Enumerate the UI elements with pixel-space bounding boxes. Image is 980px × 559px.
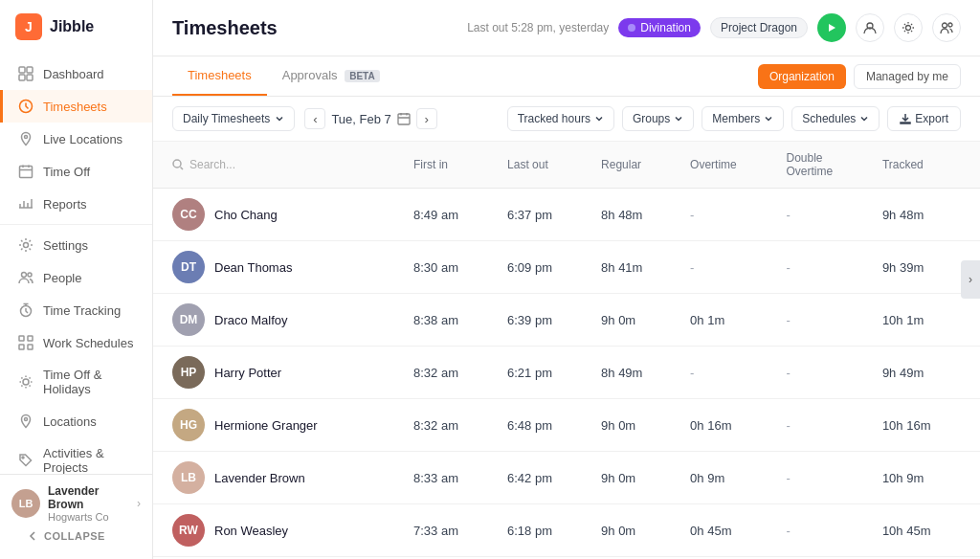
person-name-6: Ron Weasley (214, 524, 288, 538)
calendar-icon[interactable] (397, 112, 411, 125)
sidebar-nav: Dashboard Timesheets Live Locations Time… (0, 54, 152, 474)
sidebar-item-live-locations[interactable]: Live Locations (0, 123, 152, 155)
sidebar-item-time-off-holidays[interactable]: Time Off & Holidays (0, 359, 152, 405)
sidebar-label-live-locations: Live Locations (43, 132, 122, 146)
tracked-hours-filter[interactable]: Tracked hours (507, 106, 614, 131)
members-label: Members (712, 112, 760, 125)
table-row[interactable]: DM Draco Malfoy 8:38 am 6:39 pm 9h 0m 0h… (153, 294, 980, 347)
cell-last-out-4: 6:48 pm (496, 399, 590, 452)
cell-tracked-2: 10h 1m (871, 294, 980, 347)
sidebar-item-timesheets[interactable]: Timesheets (0, 90, 152, 123)
svg-rect-14 (28, 345, 33, 349)
sidebar-item-people[interactable]: People (0, 261, 152, 294)
org-button[interactable]: Organization (758, 64, 846, 89)
sidebar-item-dashboard[interactable]: Dashboard (0, 57, 152, 90)
sidebar-label-timesheets: Timesheets (43, 100, 107, 114)
tab-timesheets[interactable]: Timesheets (172, 56, 267, 96)
sidebar-label-reports: Reports (43, 197, 87, 212)
sidebar-item-time-tracking[interactable]: Time Tracking (0, 294, 152, 326)
next-date-button[interactable]: › (416, 108, 437, 129)
schedules-filter[interactable]: Schedules (791, 106, 880, 131)
grid-icon (18, 66, 33, 81)
user-info[interactable]: LB Lavender Brown Hogwarts Co › (11, 484, 141, 523)
table-row[interactable]: HP Harry Potter 8:32 am 6:21 pm 8h 49m -… (153, 347, 980, 399)
right-collapse-toggle[interactable]: › (961, 260, 980, 299)
table-row[interactable]: CC Cho Chang 8:49 am 6:37 pm 8h 48m - - … (153, 189, 980, 241)
cell-last-out-3: 6:21 pm (496, 347, 590, 399)
dragon-label: Project Dragon (721, 21, 797, 34)
table-row[interactable]: LB Lavender Brown 8:33 am 6:42 pm 9h 0m … (153, 452, 980, 504)
toolbar-right: Tracked hours Groups Members Schedules E… (507, 106, 961, 131)
groups-filter[interactable]: Groups (622, 106, 694, 131)
collapse-button[interactable]: COLLAPSE (11, 523, 141, 549)
sidebar-item-settings[interactable]: Settings (0, 229, 152, 261)
cell-tracked-6: 10h 45m (871, 504, 980, 557)
cell-tracked-0: 9h 48m (871, 189, 980, 241)
cell-overtime-0: - (679, 189, 774, 241)
collapse-icon (27, 530, 38, 542)
svg-rect-0 (19, 67, 25, 73)
cell-first-in-6: 7:33 am (402, 504, 496, 557)
cell-regular-2: 9h 0m (590, 294, 679, 347)
dragon-badge[interactable]: Project Dragon (710, 17, 808, 38)
sidebar-item-locations[interactable]: Locations (0, 405, 152, 437)
sidebar-item-activities-projects[interactable]: Activities & Projects (0, 437, 152, 474)
svg-rect-26 (398, 114, 410, 124)
settings-button[interactable] (894, 13, 923, 42)
divination-label: Divination (640, 21, 691, 34)
groups-chevron-icon (674, 114, 683, 123)
avatar-2: DM (172, 303, 205, 336)
schedules-label: Schedules (802, 112, 856, 125)
logo-icon: J (15, 13, 42, 40)
view-dropdown[interactable]: Daily Timesheets (172, 106, 295, 131)
last-out-text: Last out 5:28 pm, yesterday (467, 21, 609, 34)
timesheets-table: Search... First in Last out Regular Over… (153, 142, 980, 557)
cell-last-out-5: 6:42 pm (496, 452, 590, 504)
cell-first-in-0: 8:49 am (402, 189, 496, 241)
cell-first-in-2: 8:38 am (402, 294, 496, 347)
table-row[interactable]: DT Dean Thomas 8:30 am 6:09 pm 8h 41m - … (153, 241, 980, 294)
cell-overtime-6: 0h 45m (679, 504, 774, 557)
search-placeholder[interactable]: Search... (189, 158, 235, 171)
main-header: Timesheets Last out 5:28 pm, yesterday D… (153, 0, 980, 56)
svg-point-9 (28, 273, 32, 277)
users-header-icon (940, 21, 953, 34)
members-chevron-icon (764, 114, 773, 123)
export-button[interactable]: Export (887, 106, 961, 131)
prev-date-button[interactable]: ‹ (304, 108, 325, 129)
divination-badge[interactable]: Divination (618, 18, 701, 37)
sidebar-item-reports[interactable]: Reports (0, 188, 152, 220)
profile-icon (863, 21, 877, 34)
sidebar-item-work-schedules[interactable]: Work Schedules (0, 326, 152, 359)
calendar-icon (18, 164, 33, 179)
members-filter[interactable]: Members (702, 106, 784, 131)
profile-button[interactable] (856, 13, 884, 42)
cell-double-overtime-6: - (775, 504, 871, 557)
user-company: Hogwarts Co (48, 511, 129, 523)
time-tracking-icon (18, 302, 33, 318)
cell-double-overtime-1: - (775, 241, 871, 294)
cell-tracked-4: 10h 16m (871, 399, 980, 452)
cell-last-out-1: 6:09 pm (496, 241, 590, 294)
sidebar-item-time-off[interactable]: Time Off (0, 155, 152, 188)
cell-first-in-4: 8:32 am (402, 399, 496, 452)
current-date: Tue, Feb 7 (331, 112, 390, 126)
tab-approvals[interactable]: Approvals BETA (267, 56, 395, 96)
tabs-list: Timesheets Approvals BETA (172, 56, 395, 96)
gear-icon (902, 21, 915, 34)
cell-tracked-3: 9h 49m (871, 347, 980, 399)
th-last-out: Last out (496, 142, 590, 189)
table-row[interactable]: RW Ron Weasley 7:33 am 6:18 pm 9h 0m 0h … (153, 504, 980, 557)
th-regular: Regular (590, 142, 679, 189)
users-header-button[interactable] (932, 13, 961, 42)
managed-button[interactable]: Managed by me (854, 64, 961, 89)
svg-point-16 (25, 418, 28, 421)
cell-name-4: HG Hermione Granger (153, 399, 402, 452)
cell-double-overtime-3: - (775, 347, 871, 399)
cell-name-1: DT Dean Thomas (153, 241, 402, 294)
play-button[interactable] (817, 13, 846, 42)
table-row[interactable]: HG Hermione Granger 8:32 am 6:48 pm 9h 0… (153, 399, 980, 452)
user-details: Lavender Brown Hogwarts Co (48, 484, 129, 523)
cell-name-0: CC Cho Chang (153, 189, 402, 241)
logo-text: Jibble (50, 18, 94, 35)
